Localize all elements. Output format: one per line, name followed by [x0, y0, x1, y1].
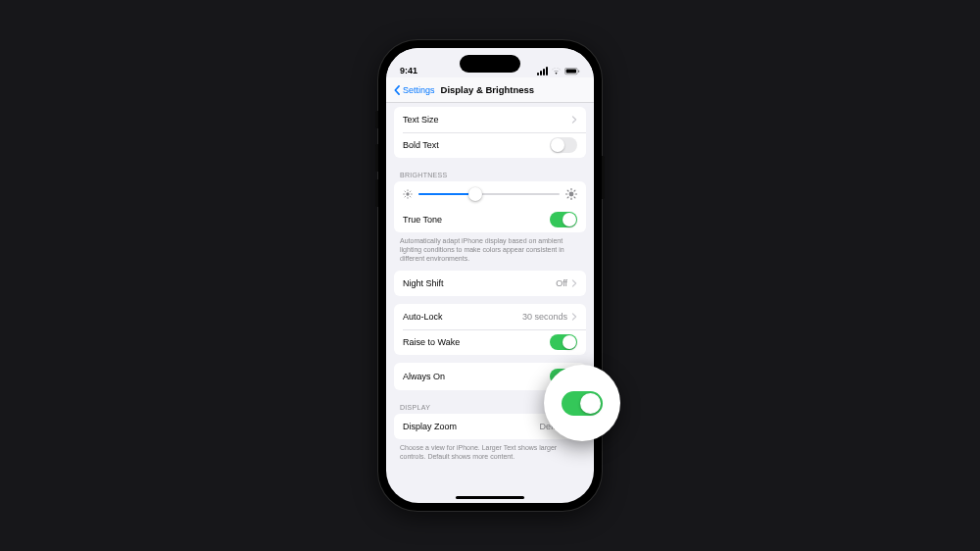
back-label: Settings	[403, 85, 435, 95]
brightness-slider[interactable]	[418, 187, 560, 201]
section-footer-brightness: Automatically adapt iPhone display based…	[386, 232, 594, 263]
row-true-tone: True Tone	[394, 207, 586, 232]
svg-line-18	[574, 197, 575, 198]
row-bold-text: Bold Text	[394, 132, 586, 158]
svg-line-11	[405, 196, 406, 197]
status-time: 9:41	[400, 66, 417, 75]
svg-point-12	[569, 192, 574, 197]
wifi-icon	[551, 67, 562, 75]
nav-bar: Settings Display & Brightness	[386, 77, 594, 103]
section-footer-display: Choose a view for iPhone. Larger Text sh…	[386, 439, 594, 461]
chevron-right-icon	[571, 313, 577, 321]
cellular-icon	[537, 67, 548, 75]
svg-rect-1	[566, 69, 576, 73]
svg-point-3	[406, 192, 409, 195]
battery-icon	[564, 68, 580, 75]
content-scroll[interactable]: Text Size Bold Text BRIGHTNESS	[386, 103, 594, 503]
page-title: Display & Brightness	[441, 84, 535, 95]
svg-line-19	[574, 190, 575, 191]
svg-line-20	[567, 197, 568, 198]
always-on-toggle-magnified	[562, 391, 603, 416]
true-tone-toggle[interactable]	[550, 212, 577, 227]
svg-rect-2	[578, 70, 579, 72]
svg-line-17	[567, 190, 568, 191]
brightness-high-icon	[565, 188, 577, 200]
svg-line-8	[405, 191, 406, 192]
home-indicator[interactable]	[456, 496, 524, 499]
row-text-size[interactable]: Text Size	[394, 107, 586, 132]
back-button[interactable]: Settings	[392, 85, 435, 95]
svg-line-10	[410, 191, 411, 192]
bold-text-toggle[interactable]	[550, 137, 577, 153]
always-on-callout	[544, 365, 620, 441]
row-raise-to-wake: Raise to Wake	[394, 329, 586, 355]
row-brightness-slider	[394, 181, 586, 207]
chevron-right-icon	[571, 279, 577, 287]
row-auto-lock[interactable]: Auto-Lock 30 seconds	[394, 304, 586, 329]
brightness-low-icon	[403, 189, 413, 199]
svg-line-9	[410, 196, 411, 197]
chevron-right-icon	[571, 116, 577, 124]
raise-to-wake-toggle[interactable]	[550, 334, 577, 350]
section-header-brightness: BRIGHTNESS	[386, 166, 594, 181]
iphone-frame: 9:41 Settings Display & Brightness	[378, 40, 602, 511]
dynamic-island	[460, 55, 520, 73]
row-night-shift[interactable]: Night Shift Off	[394, 271, 586, 296]
